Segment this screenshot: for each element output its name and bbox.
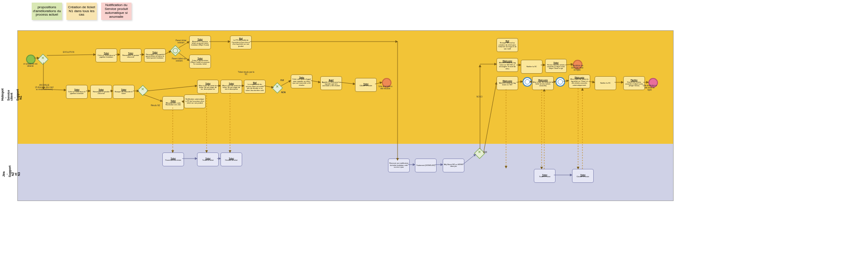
label-end-evo-no: L'évolution ne sera pas mise en ligne xyxy=(570,65,584,71)
task-mail-po[interactable]: MailLe PO est notifié de l'ouverture d'u… xyxy=(230,36,252,49)
task-tache[interactable]: TâcheCréer une tâche d'appel pour signal… xyxy=(291,75,312,88)
sticky-creation: Création de ticket N1 dans tous les cas xyxy=(66,3,97,20)
task-obj-fiche[interactable]: Objet custoMise à jour du statut de la f… xyxy=(532,76,554,90)
event-timer-1[interactable] xyxy=(523,77,532,87)
task-ano-try[interactable]: TicketEssayer de résoudre le ticket xyxy=(113,85,135,99)
task-notif-sc2[interactable]: Notifier la SC xyxy=(595,76,616,90)
label-non: NON xyxy=(281,92,286,94)
label-oui: OUI xyxy=(280,80,284,82)
task-maj1[interactable]: TicketMise à jour du statut du ticket, d… xyxy=(197,80,219,94)
sticky-notification: Notification du Service produit automati… xyxy=(101,3,132,20)
label-evolution: EVOLUTION xyxy=(63,52,74,54)
task-maj2[interactable]: TicketMise à jour du statut du ticket, d… xyxy=(220,80,242,94)
sticky-proposals: propositions d'améliorations du process … xyxy=(32,3,62,20)
task-cloturer[interactable]: TicketClôturer le ticket xyxy=(355,78,377,92)
task-notif-sc[interactable]: Notifier la SC xyxy=(521,60,542,74)
task-ano-create[interactable]: TicketCréer un ticket dans le pipeline a… xyxy=(66,85,88,99)
label-parent-non: Parent ticket non existant xyxy=(169,58,189,62)
label-go: GO xyxy=(484,152,487,154)
label-nogo: NOGO xyxy=(477,96,483,98)
event-timer-2[interactable] xyxy=(556,77,565,87)
task-jira-cloturer2[interactable]: TicketCloturer le ticket xyxy=(572,169,594,183)
task-jira-maj[interactable]: Màj Statut GO ou NOGO dans jira xyxy=(443,159,464,172)
task-close-nogo[interactable]: TicketFermer tous les tickets associés à… xyxy=(545,59,567,73)
task-ano-rens[interactable]: TicketRenseigner le produit concerné xyxy=(90,85,112,99)
task-obj-nogo[interactable]: Objet custoMettre le statut du log ticke… xyxy=(496,58,518,72)
task-mail-resp[interactable]: MailLe responsable du service client est… xyxy=(244,80,266,94)
task-obj-close[interactable]: Objet custoMise à jour du statut du log … xyxy=(569,75,590,88)
task-associer[interactable]: TicketAssocier le nouveau ticket au pare… xyxy=(189,36,211,49)
label-start: un problème est détecté xyxy=(23,63,38,68)
task-jira-recv[interactable]: Recevoir une notification du ticket évol… xyxy=(388,159,410,172)
task-pipeline[interactable]: PipelineFermer les tickets associés à l'… xyxy=(623,76,645,90)
task-parent[interactable]: TicketCréer le parent ticket (Objet Cust… xyxy=(189,55,211,68)
task-appel[interactable]: AppelAppeler le client pour lui signaler… xyxy=(320,76,342,90)
task-mail-crea[interactable]: MailEnvoyer un mail au créateur du ticke… xyxy=(496,38,518,52)
label-end-ano: Une anomalie a été résolue xyxy=(378,86,392,90)
task-renseigner[interactable]: TicketRenseigner le produit concerné xyxy=(120,49,141,62)
task-renseigner2[interactable]: TicketRenseigner la propriété parent tic… xyxy=(144,49,166,62)
task-maj-custo[interactable]: TicketMàj propriété custo 'Escalation ve… xyxy=(162,96,184,110)
label-resolu-n2: Résolu N2 xyxy=(150,105,161,107)
label-end-evo-yes: Une évolution a été mise en ligne xyxy=(642,85,657,91)
task-jira-traiter2[interactable]: TicketTraiter le ticket xyxy=(534,169,556,183)
lane-label-bot: Jira - Support N2 et N3 xyxy=(2,171,20,177)
task-jira-trait[interactable]: Traitement (GO/NO-GO) xyxy=(415,159,437,172)
task-notif-po[interactable]: Notification automatique à PO de l'ouver… xyxy=(184,94,206,108)
task-jira-traiter[interactable]: TicketTraiter le ticket xyxy=(197,152,219,166)
task-jira-open[interactable]: TicketOuverture d'un ticket xyxy=(162,152,184,166)
label-ticket-resolu: Ticket résolu par le SC xyxy=(237,71,255,76)
task-evo-create[interactable]: TicketCréer un ticket dans le pipeline é… xyxy=(95,49,117,62)
lane-label-top: Hubspot - Service client - Support N1 xyxy=(1,95,22,101)
sticky-orange-text: Création de ticket N1 dans tous les cas xyxy=(68,5,95,17)
task-obj-go[interactable]: Objet custoMettre le statut du log ticke… xyxy=(496,76,518,90)
task-jira-cloturer[interactable]: TicketCloturer le ticket xyxy=(220,152,242,166)
label-parent-exist: Parent ticket existant xyxy=(172,40,190,44)
label-anomalie: ANOMALIE (A résoudre plus tard ou instan… xyxy=(33,84,56,91)
